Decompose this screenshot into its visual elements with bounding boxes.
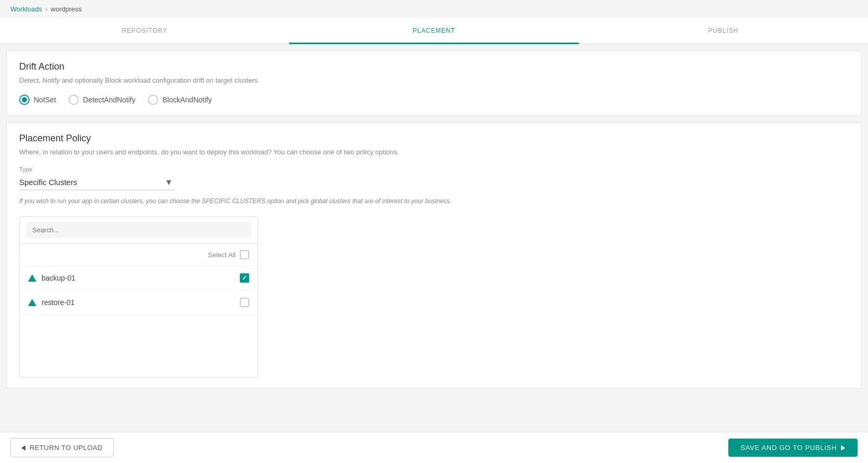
type-label: Type: [19, 166, 849, 173]
save-and-publish-button[interactable]: SAVE AND GO TO PUBLISH: [728, 439, 858, 457]
tab-bar: REPOSITORY PLACEMENT PUBLISH: [0, 18, 868, 44]
breadcrumb-separator: ›: [45, 5, 47, 13]
drift-action-description: Detect, Notify and optionally Block work…: [19, 76, 849, 84]
placement-policy-description: Where, in relation to your users and end…: [19, 148, 849, 156]
arrow-left-icon: [21, 445, 25, 451]
type-dropdown-wrapper: Specific Clusters All Clusters ▼: [19, 175, 175, 190]
cluster-icon-backup: [28, 274, 36, 282]
return-to-upload-button[interactable]: RETURN TO UPLOAD: [10, 438, 114, 457]
cluster-left-restore: restore-01: [28, 298, 75, 307]
drift-action-radio-group: NotSet DetectAndNotify BlockAndNotify: [19, 95, 849, 105]
radio-not-set-label: NotSet: [34, 96, 56, 104]
cluster-checkbox-restore[interactable]: [240, 298, 249, 307]
cluster-box: Select All backup-01: [19, 216, 258, 378]
drift-action-section: Drift Action Detect, Notify and optional…: [6, 50, 862, 116]
cluster-name-backup: backup-01: [42, 274, 75, 282]
tab-repository[interactable]: REPOSITORY: [0, 19, 289, 44]
placement-policy-title: Placement Policy: [19, 133, 849, 144]
cluster-scroll-area[interactable]: backup-01 restore-01: [20, 266, 257, 377]
radio-not-set-circle[interactable]: [19, 95, 30, 105]
arrow-right-icon: [841, 445, 845, 451]
cluster-scroll-spacer: [20, 315, 257, 377]
radio-detect-notify-circle[interactable]: [69, 95, 79, 105]
main-content: Drift Action Detect, Notify and optional…: [0, 44, 868, 463]
cluster-checkbox-backup[interactable]: [240, 273, 249, 283]
cluster-left-backup: backup-01: [28, 274, 75, 282]
radio-block-notify[interactable]: BlockAndNotify: [148, 95, 212, 105]
cluster-item-backup-01: backup-01: [20, 266, 257, 290]
select-all-checkbox[interactable]: [240, 250, 249, 259]
radio-not-set[interactable]: NotSet: [19, 95, 56, 105]
cluster-icon-restore: [28, 299, 36, 306]
cluster-name-restore: restore-01: [42, 298, 75, 307]
placement-hint: If you wish to run your app in certain c…: [19, 196, 849, 206]
search-input[interactable]: [26, 222, 251, 238]
cluster-item-restore-01: restore-01: [20, 290, 257, 315]
tab-publish[interactable]: PUBLISH: [579, 19, 868, 44]
placement-policy-section: Placement Policy Where, in relation to y…: [6, 122, 862, 389]
breadcrumb: Workloads › wordpress: [0, 0, 868, 18]
cluster-list: Select All backup-01: [20, 244, 257, 377]
breadcrumb-current: wordpress: [51, 5, 82, 13]
search-box: [20, 217, 257, 244]
drift-action-title: Drift Action: [19, 61, 849, 72]
bottom-bar: RETURN TO UPLOAD SAVE AND GO TO PUBLISH: [0, 432, 868, 463]
radio-block-notify-circle[interactable]: [148, 95, 158, 105]
select-all-label: Select All: [208, 251, 236, 259]
breadcrumb-workloads[interactable]: Workloads: [10, 5, 42, 13]
radio-detect-notify-label: DetectAndNotify: [83, 96, 135, 104]
radio-detect-notify[interactable]: DetectAndNotify: [69, 95, 135, 105]
select-all-row: Select All: [20, 244, 257, 266]
radio-block-notify-label: BlockAndNotify: [162, 96, 212, 104]
type-dropdown[interactable]: Specific Clusters All Clusters: [19, 175, 175, 190]
return-label: RETURN TO UPLOAD: [30, 444, 103, 452]
save-label: SAVE AND GO TO PUBLISH: [741, 444, 837, 452]
tab-placement[interactable]: PLACEMENT: [289, 19, 578, 44]
